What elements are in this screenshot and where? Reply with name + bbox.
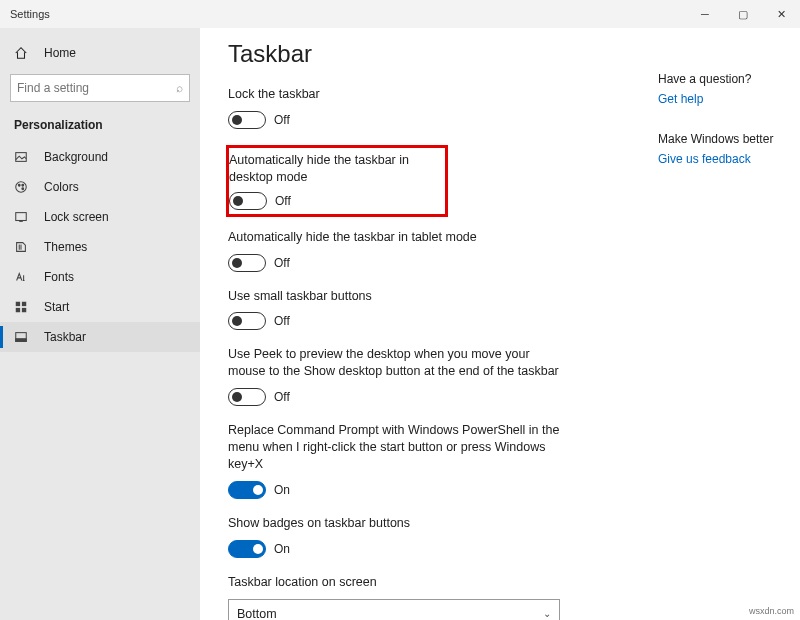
svg-rect-8 (16, 308, 20, 312)
sidebar-item-label: Themes (44, 240, 87, 254)
svg-rect-9 (22, 308, 26, 312)
feedback-link[interactable]: Give us feedback (658, 152, 788, 166)
toggle-autohide-desktop[interactable] (229, 192, 267, 210)
setting-small-buttons-label: Use small taskbar buttons (228, 288, 568, 305)
sidebar-item-fonts[interactable]: Fonts (0, 262, 200, 292)
sidebar-home-label: Home (44, 46, 76, 60)
sidebar-item-taskbar[interactable]: Taskbar (0, 322, 200, 352)
toggle-state: Off (274, 390, 290, 404)
taskbar-icon (14, 330, 30, 344)
toggle-peek[interactable] (228, 388, 266, 406)
sidebar-item-label: Colors (44, 180, 79, 194)
background-icon (14, 150, 30, 164)
colors-icon (14, 180, 30, 194)
setting-badges-label: Show badges on taskbar buttons (228, 515, 568, 532)
home-icon (14, 46, 30, 60)
sidebar-item-label: Background (44, 150, 108, 164)
svg-rect-6 (16, 302, 20, 306)
sidebar-home[interactable]: Home (0, 36, 200, 70)
svg-rect-11 (16, 339, 27, 342)
themes-icon (14, 240, 30, 254)
setting-powershell-label: Replace Command Prompt with Windows Powe… (228, 422, 568, 473)
search-box[interactable]: ⌕ (10, 74, 190, 102)
toggle-badges[interactable] (228, 540, 266, 558)
sidebar-item-background[interactable]: Background (0, 142, 200, 172)
sidebar-item-label: Taskbar (44, 330, 86, 344)
setting-autohide-tablet-label: Automatically hide the taskbar in tablet… (228, 229, 568, 246)
window-title: Settings (10, 8, 50, 20)
svg-rect-5 (16, 213, 27, 221)
sidebar-item-label: Lock screen (44, 210, 109, 224)
close-button[interactable]: ✕ (762, 0, 800, 28)
titlebar: Settings ─ ▢ ✕ (0, 0, 800, 28)
toggle-state: On (274, 542, 290, 556)
get-help-link[interactable]: Get help (658, 92, 788, 106)
fonts-icon (14, 270, 30, 284)
sidebar: Home ⌕ Personalization Background Colors… (0, 28, 200, 620)
dropdown-value: Bottom (237, 607, 277, 621)
svg-point-3 (22, 184, 24, 186)
maximize-button[interactable]: ▢ (724, 0, 762, 28)
setting-peek-label: Use Peek to preview the desktop when you… (228, 346, 568, 380)
toggle-autohide-tablet[interactable] (228, 254, 266, 272)
sidebar-item-colors[interactable]: Colors (0, 172, 200, 202)
svg-rect-7 (22, 302, 26, 306)
sidebar-section-title: Personalization (0, 112, 200, 142)
setting-lock-taskbar-label: Lock the taskbar (228, 86, 568, 103)
search-input[interactable] (17, 81, 176, 95)
highlighted-setting: Automatically hide the taskbar in deskto… (226, 145, 448, 217)
toggle-state: Off (274, 314, 290, 328)
toggle-state: Off (274, 256, 290, 270)
sidebar-item-label: Fonts (44, 270, 74, 284)
lock-screen-icon (14, 210, 30, 224)
page-title: Taskbar (228, 40, 630, 68)
svg-point-2 (18, 184, 20, 186)
sidebar-item-themes[interactable]: Themes (0, 232, 200, 262)
window-controls: ─ ▢ ✕ (686, 0, 800, 28)
svg-point-4 (22, 188, 24, 190)
sidebar-item-lock-screen[interactable]: Lock screen (0, 202, 200, 232)
toggle-lock-taskbar[interactable] (228, 111, 266, 129)
toggle-small-buttons[interactable] (228, 312, 266, 330)
dropdown-location[interactable]: Bottom ⌄ (228, 599, 560, 621)
sidebar-item-label: Start (44, 300, 69, 314)
toggle-state: On (274, 483, 290, 497)
right-column: Have a question? Get help Make Windows b… (658, 72, 788, 192)
feedback-heading: Make Windows better (658, 132, 788, 146)
start-icon (14, 300, 30, 314)
question-heading: Have a question? (658, 72, 788, 86)
watermark: wsxdn.com (749, 606, 794, 616)
toggle-state: Off (275, 194, 291, 208)
setting-location-label: Taskbar location on screen (228, 574, 568, 591)
sidebar-item-start[interactable]: Start (0, 292, 200, 322)
chevron-down-icon: ⌄ (543, 608, 551, 619)
main-content: Taskbar Lock the taskbar Off Automatical… (200, 28, 650, 620)
toggle-state: Off (274, 113, 290, 127)
setting-autohide-desktop-label: Automatically hide the taskbar in deskto… (229, 152, 439, 186)
toggle-powershell[interactable] (228, 481, 266, 499)
search-icon: ⌕ (176, 81, 183, 95)
svg-point-1 (16, 182, 27, 193)
minimize-button[interactable]: ─ (686, 0, 724, 28)
